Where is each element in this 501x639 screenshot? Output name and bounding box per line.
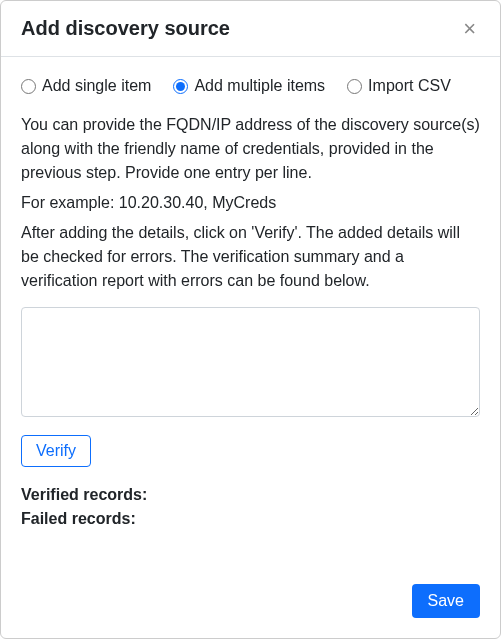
radio-add-single-input[interactable] — [21, 79, 36, 94]
entries-textarea[interactable] — [21, 307, 480, 417]
modal-body: Add single item Add multiple items Impor… — [1, 57, 500, 568]
help-text-example: For example: 10.20.30.40, MyCreds — [21, 191, 480, 215]
modal-footer: Save — [1, 568, 500, 638]
radio-import-csv-input[interactable] — [347, 79, 362, 94]
verified-records-row: Verified records: — [21, 483, 480, 507]
help-text-main: You can provide the FQDN/IP address of t… — [21, 113, 480, 185]
verify-button[interactable]: Verify — [21, 435, 91, 467]
failed-records-row: Failed records: — [21, 507, 480, 531]
radio-import-csv-label: Import CSV — [368, 77, 451, 95]
mode-radio-group: Add single item Add multiple items Impor… — [21, 77, 480, 95]
entries-textarea-wrap — [21, 307, 480, 421]
close-button[interactable]: × — [459, 18, 480, 40]
modal-title: Add discovery source — [21, 17, 230, 40]
radio-add-multiple-label: Add multiple items — [194, 77, 325, 95]
close-icon: × — [463, 16, 476, 41]
modal-header: Add discovery source × — [1, 1, 500, 57]
verified-records-label: Verified records: — [21, 486, 147, 503]
failed-records-label: Failed records: — [21, 510, 136, 527]
radio-add-single[interactable]: Add single item — [21, 77, 151, 95]
help-text-verify: After adding the details, click on 'Veri… — [21, 221, 480, 293]
radio-add-multiple-input[interactable] — [173, 79, 188, 94]
save-button[interactable]: Save — [412, 584, 480, 618]
radio-add-single-label: Add single item — [42, 77, 151, 95]
radio-add-multiple[interactable]: Add multiple items — [173, 77, 325, 95]
radio-import-csv[interactable]: Import CSV — [347, 77, 451, 95]
verification-summary: Verified records: Failed records: — [21, 483, 480, 531]
